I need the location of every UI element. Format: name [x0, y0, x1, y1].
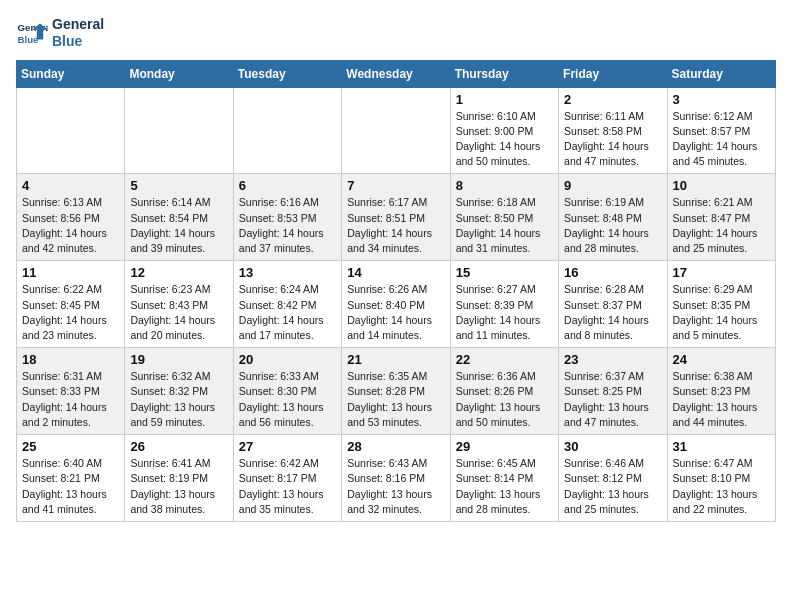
day-number: 25: [22, 439, 119, 454]
calendar-header-row: SundayMondayTuesdayWednesdayThursdayFrid…: [17, 60, 776, 87]
day-number: 3: [673, 92, 770, 107]
day-number: 6: [239, 178, 336, 193]
day-info: Sunrise: 6:41 AM Sunset: 8:19 PM Dayligh…: [130, 456, 227, 517]
day-info: Sunrise: 6:37 AM Sunset: 8:25 PM Dayligh…: [564, 369, 661, 430]
column-header-wednesday: Wednesday: [342, 60, 450, 87]
calendar-week-row: 4Sunrise: 6:13 AM Sunset: 8:56 PM Daylig…: [17, 174, 776, 261]
day-info: Sunrise: 6:35 AM Sunset: 8:28 PM Dayligh…: [347, 369, 444, 430]
logo-text-line2: Blue: [52, 33, 104, 50]
calendar-cell: 11Sunrise: 6:22 AM Sunset: 8:45 PM Dayli…: [17, 261, 125, 348]
calendar-cell: [17, 87, 125, 174]
calendar-cell: 7Sunrise: 6:17 AM Sunset: 8:51 PM Daylig…: [342, 174, 450, 261]
day-number: 22: [456, 352, 553, 367]
day-number: 10: [673, 178, 770, 193]
calendar-cell: 19Sunrise: 6:32 AM Sunset: 8:32 PM Dayli…: [125, 348, 233, 435]
calendar-cell: 27Sunrise: 6:42 AM Sunset: 8:17 PM Dayli…: [233, 435, 341, 522]
day-info: Sunrise: 6:40 AM Sunset: 8:21 PM Dayligh…: [22, 456, 119, 517]
day-info: Sunrise: 6:38 AM Sunset: 8:23 PM Dayligh…: [673, 369, 770, 430]
calendar-table: SundayMondayTuesdayWednesdayThursdayFrid…: [16, 60, 776, 522]
day-info: Sunrise: 6:32 AM Sunset: 8:32 PM Dayligh…: [130, 369, 227, 430]
column-header-sunday: Sunday: [17, 60, 125, 87]
calendar-cell: 15Sunrise: 6:27 AM Sunset: 8:39 PM Dayli…: [450, 261, 558, 348]
calendar-cell: 10Sunrise: 6:21 AM Sunset: 8:47 PM Dayli…: [667, 174, 775, 261]
day-number: 30: [564, 439, 661, 454]
calendar-cell: 13Sunrise: 6:24 AM Sunset: 8:42 PM Dayli…: [233, 261, 341, 348]
day-info: Sunrise: 6:29 AM Sunset: 8:35 PM Dayligh…: [673, 282, 770, 343]
day-number: 4: [22, 178, 119, 193]
svg-text:Blue: Blue: [18, 33, 39, 44]
page-header: General Blue General Blue: [16, 16, 776, 50]
column-header-saturday: Saturday: [667, 60, 775, 87]
calendar-cell: 14Sunrise: 6:26 AM Sunset: 8:40 PM Dayli…: [342, 261, 450, 348]
calendar-cell: 21Sunrise: 6:35 AM Sunset: 8:28 PM Dayli…: [342, 348, 450, 435]
calendar-cell: 4Sunrise: 6:13 AM Sunset: 8:56 PM Daylig…: [17, 174, 125, 261]
calendar-cell: 16Sunrise: 6:28 AM Sunset: 8:37 PM Dayli…: [559, 261, 667, 348]
day-info: Sunrise: 6:21 AM Sunset: 8:47 PM Dayligh…: [673, 195, 770, 256]
calendar-week-row: 18Sunrise: 6:31 AM Sunset: 8:33 PM Dayli…: [17, 348, 776, 435]
day-info: Sunrise: 6:18 AM Sunset: 8:50 PM Dayligh…: [456, 195, 553, 256]
calendar-cell: 1Sunrise: 6:10 AM Sunset: 9:00 PM Daylig…: [450, 87, 558, 174]
calendar-cell: [125, 87, 233, 174]
calendar-cell: 18Sunrise: 6:31 AM Sunset: 8:33 PM Dayli…: [17, 348, 125, 435]
day-info: Sunrise: 6:14 AM Sunset: 8:54 PM Dayligh…: [130, 195, 227, 256]
day-number: 15: [456, 265, 553, 280]
day-number: 12: [130, 265, 227, 280]
day-info: Sunrise: 6:45 AM Sunset: 8:14 PM Dayligh…: [456, 456, 553, 517]
calendar-cell: 24Sunrise: 6:38 AM Sunset: 8:23 PM Dayli…: [667, 348, 775, 435]
day-info: Sunrise: 6:13 AM Sunset: 8:56 PM Dayligh…: [22, 195, 119, 256]
day-info: Sunrise: 6:17 AM Sunset: 8:51 PM Dayligh…: [347, 195, 444, 256]
day-info: Sunrise: 6:27 AM Sunset: 8:39 PM Dayligh…: [456, 282, 553, 343]
day-number: 23: [564, 352, 661, 367]
day-number: 14: [347, 265, 444, 280]
calendar-cell: 28Sunrise: 6:43 AM Sunset: 8:16 PM Dayli…: [342, 435, 450, 522]
day-number: 18: [22, 352, 119, 367]
day-number: 5: [130, 178, 227, 193]
day-number: 27: [239, 439, 336, 454]
calendar-week-row: 1Sunrise: 6:10 AM Sunset: 9:00 PM Daylig…: [17, 87, 776, 174]
day-number: 20: [239, 352, 336, 367]
calendar-cell: 29Sunrise: 6:45 AM Sunset: 8:14 PM Dayli…: [450, 435, 558, 522]
day-info: Sunrise: 6:23 AM Sunset: 8:43 PM Dayligh…: [130, 282, 227, 343]
day-number: 13: [239, 265, 336, 280]
day-number: 19: [130, 352, 227, 367]
day-info: Sunrise: 6:33 AM Sunset: 8:30 PM Dayligh…: [239, 369, 336, 430]
calendar-week-row: 25Sunrise: 6:40 AM Sunset: 8:21 PM Dayli…: [17, 435, 776, 522]
calendar-cell: [342, 87, 450, 174]
day-number: 28: [347, 439, 444, 454]
day-info: Sunrise: 6:16 AM Sunset: 8:53 PM Dayligh…: [239, 195, 336, 256]
calendar-cell: [233, 87, 341, 174]
logo: General Blue General Blue: [16, 16, 104, 50]
day-info: Sunrise: 6:26 AM Sunset: 8:40 PM Dayligh…: [347, 282, 444, 343]
day-number: 11: [22, 265, 119, 280]
day-info: Sunrise: 6:36 AM Sunset: 8:26 PM Dayligh…: [456, 369, 553, 430]
calendar-cell: 8Sunrise: 6:18 AM Sunset: 8:50 PM Daylig…: [450, 174, 558, 261]
calendar-cell: 26Sunrise: 6:41 AM Sunset: 8:19 PM Dayli…: [125, 435, 233, 522]
calendar-cell: 23Sunrise: 6:37 AM Sunset: 8:25 PM Dayli…: [559, 348, 667, 435]
calendar-cell: 2Sunrise: 6:11 AM Sunset: 8:58 PM Daylig…: [559, 87, 667, 174]
day-number: 26: [130, 439, 227, 454]
calendar-cell: 25Sunrise: 6:40 AM Sunset: 8:21 PM Dayli…: [17, 435, 125, 522]
day-info: Sunrise: 6:12 AM Sunset: 8:57 PM Dayligh…: [673, 109, 770, 170]
logo-text-line1: General: [52, 16, 104, 33]
day-info: Sunrise: 6:31 AM Sunset: 8:33 PM Dayligh…: [22, 369, 119, 430]
day-info: Sunrise: 6:10 AM Sunset: 9:00 PM Dayligh…: [456, 109, 553, 170]
day-number: 24: [673, 352, 770, 367]
calendar-cell: 12Sunrise: 6:23 AM Sunset: 8:43 PM Dayli…: [125, 261, 233, 348]
calendar-cell: 9Sunrise: 6:19 AM Sunset: 8:48 PM Daylig…: [559, 174, 667, 261]
logo-icon: General Blue: [16, 17, 48, 49]
day-number: 17: [673, 265, 770, 280]
calendar-cell: 5Sunrise: 6:14 AM Sunset: 8:54 PM Daylig…: [125, 174, 233, 261]
day-number: 2: [564, 92, 661, 107]
day-info: Sunrise: 6:42 AM Sunset: 8:17 PM Dayligh…: [239, 456, 336, 517]
calendar-cell: 6Sunrise: 6:16 AM Sunset: 8:53 PM Daylig…: [233, 174, 341, 261]
calendar-cell: 3Sunrise: 6:12 AM Sunset: 8:57 PM Daylig…: [667, 87, 775, 174]
day-info: Sunrise: 6:19 AM Sunset: 8:48 PM Dayligh…: [564, 195, 661, 256]
day-number: 21: [347, 352, 444, 367]
day-info: Sunrise: 6:28 AM Sunset: 8:37 PM Dayligh…: [564, 282, 661, 343]
column-header-monday: Monday: [125, 60, 233, 87]
column-header-tuesday: Tuesday: [233, 60, 341, 87]
day-info: Sunrise: 6:22 AM Sunset: 8:45 PM Dayligh…: [22, 282, 119, 343]
day-number: 16: [564, 265, 661, 280]
calendar-cell: 22Sunrise: 6:36 AM Sunset: 8:26 PM Dayli…: [450, 348, 558, 435]
calendar-cell: 20Sunrise: 6:33 AM Sunset: 8:30 PM Dayli…: [233, 348, 341, 435]
